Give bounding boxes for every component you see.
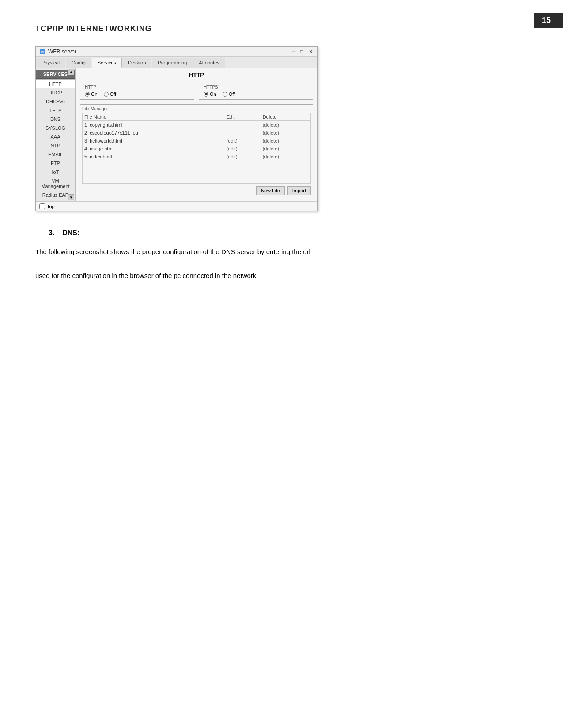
table-row: 5 index.html (edit) (delete): [83, 153, 310, 161]
tab-attributes[interactable]: Attributes: [193, 58, 225, 68]
bottom-row: Top: [36, 201, 317, 211]
tab-programming[interactable]: Programming: [152, 58, 193, 68]
file-table-container: File Name Edit Delete 1 copyrights.html …: [82, 113, 311, 184]
table-row: 3 helloworld.html (edit) (delete): [83, 137, 310, 145]
col-header-edit: Edit: [225, 113, 261, 121]
col-header-delete: Delete: [261, 113, 310, 121]
close-button[interactable]: ✕: [308, 49, 314, 55]
file-delete[interactable]: (delete): [261, 153, 310, 161]
file-edit[interactable]: (edit): [225, 145, 261, 153]
file-table: File Name Edit Delete 1 copyrights.html …: [83, 113, 310, 161]
svg-text:W: W: [41, 50, 44, 54]
sidebar-item-tftp[interactable]: TFTP: [36, 106, 75, 115]
table-row: 4 image.html (edit) (delete): [83, 145, 310, 153]
section-3-line1: The following screenshot shows the prope…: [35, 248, 310, 255]
sidebar-item-dhcp[interactable]: DHCP: [36, 88, 75, 97]
file-manager-buttons: New File Import: [82, 186, 311, 195]
sidebar-scroll-up[interactable]: ▲: [68, 69, 74, 75]
file-delete[interactable]: (delete): [261, 145, 310, 153]
https-on-label: On: [210, 91, 216, 97]
window-body: ▲ SERVICES HTTP DHCP DHCPv6 TFTP DNS SYS…: [36, 68, 317, 201]
tabs-bar: Physical Config Services Desktop Program…: [36, 57, 317, 68]
file-manager-box: File Manager File Name Edit Delete: [80, 104, 313, 197]
page-number-badge: 15: [534, 13, 563, 28]
col-header-filename: File Name: [83, 113, 225, 121]
http-off-label: Off: [110, 91, 116, 97]
main-panel: HTTP HTTP On Off: [76, 68, 317, 201]
https-box: HTTPS On Off: [199, 82, 313, 100]
window-controls: − □ ✕: [291, 49, 314, 55]
file-num: 4 image.html: [83, 145, 225, 153]
sidebar-item-syslog[interactable]: SYSLOG: [36, 124, 75, 132]
http-radio-row: On Off: [85, 91, 189, 97]
section-number: 3.: [49, 229, 54, 236]
sidebar-item-email[interactable]: EMAIL: [36, 150, 75, 159]
file-num: 3 helloworld.html: [83, 137, 225, 145]
http-off-dot: [104, 92, 109, 97]
file-edit[interactable]: (edit): [225, 137, 261, 145]
http-on-radio[interactable]: On: [85, 91, 98, 97]
page-title: TCP/IP INTERNETWORKING: [35, 24, 152, 34]
https-radio-row: On Off: [204, 91, 308, 97]
https-on-radio[interactable]: On: [204, 91, 216, 97]
table-row: 1 copyrights.html (delete): [83, 121, 310, 129]
https-off-dot: [223, 92, 227, 97]
tab-services[interactable]: Services: [92, 58, 122, 68]
https-off-label: Off: [229, 91, 235, 97]
sidebar-item-dns[interactable]: DNS: [36, 115, 75, 124]
window-app-icon: W: [39, 49, 45, 55]
tab-config[interactable]: Config: [66, 58, 91, 68]
http-on-dot: [85, 92, 90, 97]
http-box: HTTP On Off: [80, 82, 194, 100]
sidebar-scroll-down[interactable]: ▼: [68, 194, 74, 200]
file-num: 1 copyrights.html: [83, 121, 225, 129]
sidebar-item-vm-management[interactable]: VM Management: [36, 176, 75, 191]
import-button[interactable]: Import: [287, 186, 311, 195]
section-3-text: The following screenshot shows the prope…: [35, 246, 537, 281]
section-title: DNS:: [62, 229, 79, 236]
window-title-text: WEB server: [48, 49, 76, 55]
sidebar-item-ftp[interactable]: FTP: [36, 159, 75, 168]
window-title-left: W WEB server: [39, 49, 76, 55]
sidebar-item-http[interactable]: HTTP: [36, 79, 75, 88]
file-edit[interactable]: (edit): [225, 153, 261, 161]
file-edit[interactable]: [225, 121, 261, 129]
https-label: HTTPS: [204, 85, 308, 90]
web-server-window: W WEB server − □ ✕ Physical Config Servi…: [35, 46, 318, 211]
top-checkbox-label: Top: [47, 204, 55, 209]
http-off-radio[interactable]: Off: [104, 91, 116, 97]
main-panel-heading: HTTP: [80, 71, 313, 78]
http-on-label: On: [91, 91, 98, 97]
sidebar-item-aaa[interactable]: AAA: [36, 132, 75, 141]
tab-desktop[interactable]: Desktop: [122, 58, 151, 68]
file-manager-title: File Manager: [82, 106, 311, 111]
https-on-dot: [204, 92, 208, 97]
https-off-radio[interactable]: Off: [223, 91, 235, 97]
minimize-button[interactable]: −: [291, 49, 296, 55]
tab-physical[interactable]: Physical: [36, 58, 65, 68]
sidebar-item-ntp[interactable]: NTP: [36, 141, 75, 150]
file-delete[interactable]: (delete): [261, 129, 310, 137]
http-label: HTTP: [85, 85, 189, 90]
file-num: 5 index.html: [83, 153, 225, 161]
sidebar-list: SERVICES HTTP DHCP DHCPv6 TFTP DNS SYSLO…: [36, 68, 75, 201]
new-file-button[interactable]: New File: [256, 186, 285, 195]
file-delete[interactable]: (delete): [261, 137, 310, 145]
sidebar-item-dhcpv6[interactable]: DHCPv6: [36, 97, 75, 106]
content-area: W WEB server − □ ✕ Physical Config Servi…: [35, 46, 537, 281]
file-edit[interactable]: [225, 129, 261, 137]
maximize-button[interactable]: □: [299, 49, 304, 55]
protocol-row: HTTP On Off: [80, 82, 313, 100]
top-checkbox[interactable]: [39, 203, 45, 209]
file-num: 2 cscoplogo177x111.jpg: [83, 129, 225, 137]
section-3-line2: used for the configuration in the browse…: [35, 272, 258, 279]
section-3-heading: 3. DNS:: [49, 229, 537, 237]
window-titlebar: W WEB server − □ ✕: [36, 47, 317, 57]
table-row: 2 cscoplogo177x111.jpg (delete): [83, 129, 310, 137]
sidebar: ▲ SERVICES HTTP DHCP DHCPv6 TFTP DNS SYS…: [36, 68, 76, 201]
sidebar-item-iot[interactable]: IoT: [36, 168, 75, 176]
file-delete[interactable]: (delete): [261, 121, 310, 129]
